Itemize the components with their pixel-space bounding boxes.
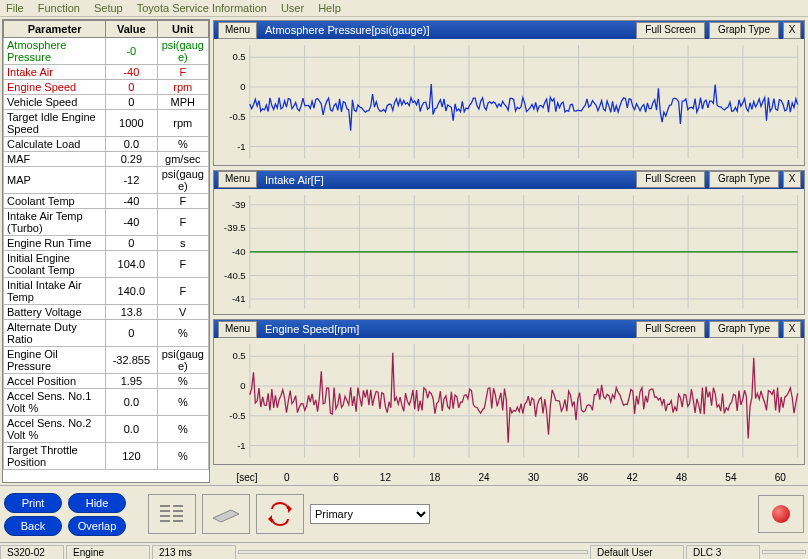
graph-type-button[interactable]: Graph Type <box>709 171 779 188</box>
menu-help[interactable]: Help <box>318 2 341 14</box>
param-value: 0 <box>106 80 157 95</box>
param-value: 120 <box>106 443 157 470</box>
menubar: FileFunctionSetupToyota Service Informat… <box>0 0 808 17</box>
param-value: 0.0 <box>106 389 157 416</box>
param-unit: F <box>157 251 208 278</box>
table-row[interactable]: Accel Sens. No.2 Volt %0.0% <box>4 416 209 443</box>
plot-area[interactable]: 0.50-0.5-1 <box>214 338 804 464</box>
param-unit: % <box>157 320 208 347</box>
graph-menu-button[interactable]: Menu <box>218 171 257 188</box>
svg-rect-62 <box>160 520 170 522</box>
table-row[interactable]: Battery Voltage13.8V <box>4 305 209 320</box>
menu-user[interactable]: User <box>281 2 304 14</box>
menu-toyota-service-information[interactable]: Toyota Service Information <box>137 2 267 14</box>
x-tick: 24 <box>459 472 508 483</box>
param-unit: rpm <box>157 110 208 137</box>
plot-area[interactable]: -39-39.5-40-40.5-41 <box>214 189 804 315</box>
graph-type-button[interactable]: Graph Type <box>709 22 779 39</box>
close-icon[interactable]: X <box>783 22 801 39</box>
graph-menu-button[interactable]: Menu <box>218 321 257 338</box>
sync-icon[interactable] <box>256 494 304 534</box>
param-name: Alternate Duty Ratio <box>4 320 106 347</box>
close-icon[interactable]: X <box>783 171 801 188</box>
x-axis: [sec]06121824303642485460 <box>213 469 805 485</box>
plot-area[interactable]: 0.50-0.5-1 <box>214 39 804 165</box>
param-value: 0 <box>106 236 157 251</box>
param-value: 0 <box>106 320 157 347</box>
svg-text:-1: -1 <box>237 141 245 152</box>
svg-text:-41: -41 <box>232 293 246 304</box>
graph-title: Intake Air[F] <box>261 174 634 186</box>
table-row[interactable]: MAF0.29gm/sec <box>4 152 209 167</box>
param-unit: % <box>157 374 208 389</box>
svg-marker-68 <box>288 505 292 513</box>
param-unit: gm/sec <box>157 152 208 167</box>
table-row[interactable]: Engine Run Time0s <box>4 236 209 251</box>
device-icon[interactable] <box>202 494 250 534</box>
param-unit: % <box>157 416 208 443</box>
param-unit: rpm <box>157 80 208 95</box>
graph-panel: MenuIntake Air[F]Full ScreenGraph TypeX-… <box>213 170 805 316</box>
param-value: 13.8 <box>106 305 157 320</box>
svg-marker-67 <box>213 510 239 522</box>
param-unit: F <box>157 209 208 236</box>
param-name: Target Idle Engine Speed <box>4 110 106 137</box>
menu-setup[interactable]: Setup <box>94 2 123 14</box>
param-unit: % <box>157 443 208 470</box>
param-name: Engine Run Time <box>4 236 106 251</box>
graph-type-button[interactable]: Graph Type <box>709 321 779 338</box>
svg-rect-63 <box>173 505 183 507</box>
overlap-button[interactable]: Overlap <box>68 516 126 536</box>
table-row[interactable]: Vehicle Speed0MPH <box>4 95 209 110</box>
list-view-icon[interactable] <box>148 494 196 534</box>
status-system: Engine <box>66 545 150 560</box>
primary-select[interactable]: Primary <box>310 504 430 524</box>
record-button[interactable] <box>758 495 804 533</box>
param-unit: F <box>157 278 208 305</box>
close-icon[interactable]: X <box>783 321 801 338</box>
param-name: Coolant Temp <box>4 194 106 209</box>
table-row[interactable]: Calculate Load0.0% <box>4 137 209 152</box>
table-row[interactable]: Atmosphere Pressure-0psi(gauge) <box>4 38 209 65</box>
x-axis-label: [sec] <box>232 472 262 483</box>
param-value: -32.855 <box>106 347 157 374</box>
back-button[interactable]: Back <box>4 516 62 536</box>
table-row[interactable]: Alternate Duty Ratio0% <box>4 320 209 347</box>
param-name: Accel Position <box>4 374 106 389</box>
param-unit: s <box>157 236 208 251</box>
status-connector: DLC 3 <box>686 545 760 560</box>
menu-file[interactable]: File <box>6 2 24 14</box>
table-row[interactable]: Engine Oil Pressure-32.855psi(gauge) <box>4 347 209 374</box>
table-row[interactable]: Accel Sens. No.1 Volt %0.0% <box>4 389 209 416</box>
fullscreen-button[interactable]: Full Screen <box>636 171 705 188</box>
table-row[interactable]: Initial Engine Coolant Temp104.0F <box>4 251 209 278</box>
table-row[interactable]: Accel Position1.95% <box>4 374 209 389</box>
param-value: 0.29 <box>106 152 157 167</box>
svg-text:0.5: 0.5 <box>232 351 245 362</box>
fullscreen-button[interactable]: Full Screen <box>636 321 705 338</box>
param-name: MAF <box>4 152 106 167</box>
table-row[interactable]: Intake Air-40F <box>4 65 209 80</box>
table-row[interactable]: Intake Air Temp (Turbo)-40F <box>4 209 209 236</box>
table-row[interactable]: Target Idle Engine Speed1000rpm <box>4 110 209 137</box>
menu-function[interactable]: Function <box>38 2 80 14</box>
graph-panel: MenuEngine Speed[rpm]Full ScreenGraph Ty… <box>213 319 805 465</box>
param-name: Target Throttle Position <box>4 443 106 470</box>
x-tick: 60 <box>756 472 805 483</box>
fullscreen-button[interactable]: Full Screen <box>636 22 705 39</box>
svg-rect-59 <box>160 505 170 507</box>
svg-text:-40: -40 <box>232 246 246 257</box>
x-tick: 6 <box>311 472 360 483</box>
col-value: Value <box>106 21 157 38</box>
table-row[interactable]: Initial Intake Air Temp140.0F <box>4 278 209 305</box>
graph-menu-button[interactable]: Menu <box>218 22 257 39</box>
hide-button[interactable]: Hide <box>68 493 126 513</box>
table-row[interactable]: MAP-12psi(gauge) <box>4 167 209 194</box>
table-row[interactable]: Target Throttle Position120% <box>4 443 209 470</box>
param-value: -12 <box>106 167 157 194</box>
print-button[interactable]: Print <box>4 493 62 513</box>
x-tick: 36 <box>558 472 607 483</box>
table-row[interactable]: Coolant Temp-40F <box>4 194 209 209</box>
table-row[interactable]: Engine Speed0rpm <box>4 80 209 95</box>
svg-marker-69 <box>268 515 272 523</box>
